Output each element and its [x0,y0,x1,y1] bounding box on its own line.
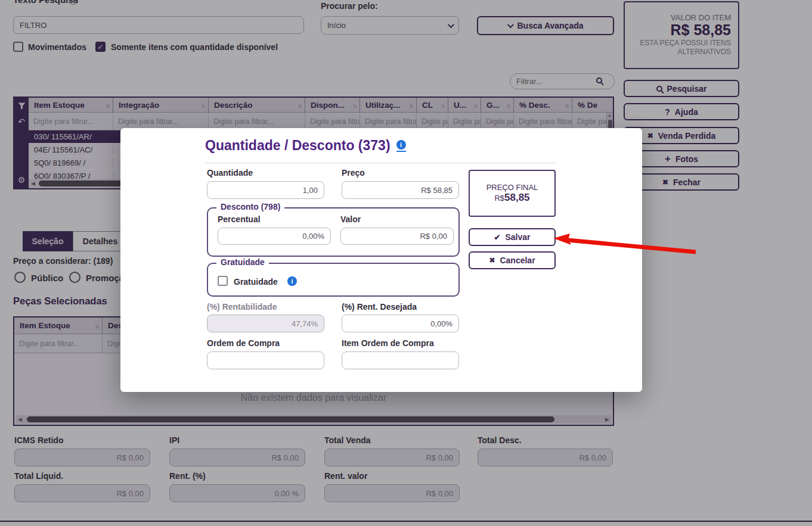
gratuidade-checkbox[interactable] [218,276,228,286]
cancelar-label: Cancelar [500,256,535,265]
ordem-compra-input[interactable] [207,351,324,369]
percentual-label: Percentual [218,214,261,224]
salvar-label: Salvar [505,232,530,242]
preco-final-label: PREÇO FINAL [486,183,538,192]
percentual-input[interactable] [218,228,331,245]
desconto-legend: Desconto (798) [216,202,284,211]
app-page: Texto Pesquisa Movimentados Somente iten… [0,0,812,526]
rentabilidade-input [207,315,324,332]
rentabilidade-label: (%) Rentabilidade [207,302,277,312]
info-icon[interactable] [396,140,406,150]
gratuidade-legend: Gratuidade [216,257,269,267]
info-icon-wrap[interactable] [396,140,406,152]
gratuidade-fieldset: Gratuidade Gratuidade [207,263,460,297]
quantidade-input[interactable] [207,181,324,199]
salvar-button[interactable]: Salvar [469,228,556,246]
modal-title: Quantidade / Desconto (373) [205,138,390,154]
rent-desejada-label: (%) Rent. Desejada [342,302,417,312]
item-ordem-compra-input[interactable] [342,351,459,369]
desconto-fieldset: Desconto (798) Percentual Valor [207,207,460,257]
rent-desejada-input[interactable] [342,315,459,332]
preco-label: Preço [342,168,365,178]
valor-input[interactable] [340,228,454,245]
info-icon[interactable] [287,276,297,286]
valor-label: Valor [340,214,361,224]
cancelar-button[interactable]: Cancelar [469,251,556,269]
check-icon [494,233,501,242]
modal-header: Quantidade / Desconto (373) [205,138,406,154]
ordem-compra-label: Ordem de Compra [207,338,280,348]
preco-final-box: PREÇO FINAL R$58,85 [469,170,556,217]
x-icon [489,256,495,264]
item-ordem-compra-label: Item Ordem de Compra [342,338,434,348]
gratuidade-checkbox-label: Gratuidade [234,277,278,287]
title-divider [205,163,556,163]
preco-final-value: R$58,85 [494,192,529,204]
quantidade-desconto-modal: Quantidade / Desconto (373) Quantidade P… [120,128,642,392]
quantidade-label: Quantidade [207,168,253,178]
preco-input[interactable] [342,181,459,199]
